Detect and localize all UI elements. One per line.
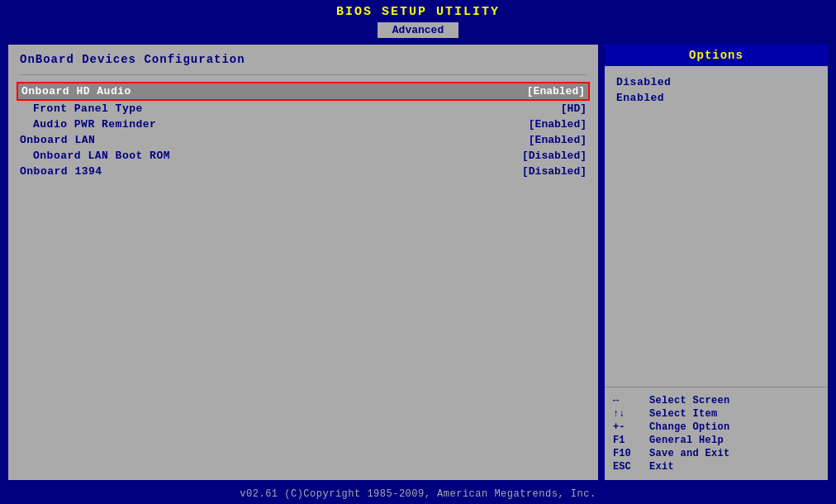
keybind-row: ↑↓Select Item xyxy=(613,407,819,421)
keybind-row: +-Change Option xyxy=(613,421,819,434)
menu-label: Front Panel Type xyxy=(20,102,143,115)
menu-value: [Enabled] xyxy=(529,118,587,131)
menu-items: Onboard HD Audio[Enabled]Front Panel Typ… xyxy=(20,82,587,179)
keybinds: ↔Select Screen↑↓Select Item+-Change Opti… xyxy=(605,387,828,480)
menu-label: Audio PWR Reminder xyxy=(20,118,156,131)
keybind-desc: Change Option xyxy=(649,421,730,433)
options-content: DisabledEnabled xyxy=(605,66,828,387)
bios-title: BIOS SETUP UTILITY xyxy=(0,0,836,21)
menu-row[interactable]: Audio PWR Reminder[Enabled] xyxy=(20,116,587,132)
section-title: OnBoard Devices Configuration xyxy=(20,53,587,66)
keybind-row: ↔Select Screen xyxy=(613,394,819,407)
bios-screen: BIOS SETUP UTILITY Advanced OnBoard Devi… xyxy=(0,0,836,504)
tab-advanced[interactable]: Advanced xyxy=(378,22,458,38)
menu-row[interactable]: Onboard HD Audio[Enabled] xyxy=(17,82,590,101)
keybind-desc: Save and Exit xyxy=(649,448,730,459)
option-item[interactable]: Enabled xyxy=(616,90,816,106)
menu-row[interactable]: Onboard 1394[Disabled] xyxy=(20,164,587,179)
main-content: OnBoard Devices Configuration Onboard HD… xyxy=(8,45,828,480)
keybind-key: ↔ xyxy=(613,395,643,407)
menu-value: [HD] xyxy=(561,102,587,115)
menu-row[interactable]: Front Panel Type[HD] xyxy=(20,101,587,116)
keybind-desc: General Help xyxy=(649,435,724,446)
divider xyxy=(20,74,587,75)
keybind-row: ESCExit xyxy=(613,460,819,473)
keybind-desc: Exit xyxy=(649,461,674,473)
menu-label: Onboard LAN Boot ROM xyxy=(20,150,170,162)
keybind-key: +- xyxy=(613,421,643,433)
menu-label: Onboard 1394 xyxy=(20,165,102,178)
left-panel: OnBoard Devices Configuration Onboard HD… xyxy=(8,45,598,480)
menu-label: Onboard HD Audio xyxy=(21,85,131,97)
keybind-desc: Select Item xyxy=(649,408,718,420)
keybind-key: ↑↓ xyxy=(613,408,643,420)
keybind-key: F1 xyxy=(613,435,643,446)
menu-row[interactable]: Onboard LAN[Enabled] xyxy=(20,132,587,148)
keybind-key: ESC xyxy=(613,461,643,473)
options-title: Options xyxy=(605,45,828,66)
menu-row[interactable]: Onboard LAN Boot ROM[Disabled] xyxy=(20,148,587,164)
menu-label: Onboard LAN xyxy=(20,134,95,146)
menu-value: [Disabled] xyxy=(522,165,587,178)
menu-value: [Enabled] xyxy=(527,85,585,97)
keybind-key: F10 xyxy=(613,448,643,459)
menu-value: [Enabled] xyxy=(529,134,587,146)
keybind-row: F10Save and Exit xyxy=(613,447,819,460)
keybind-desc: Select Screen xyxy=(649,395,730,407)
keybind-row: F1General Help xyxy=(613,434,819,447)
menu-value: [Disabled] xyxy=(522,150,587,162)
tab-bar: Advanced xyxy=(0,21,836,40)
footer: v02.61 (C)Copyright 1985-2009, American … xyxy=(0,483,836,504)
right-panel: Options DisabledEnabled ↔Select Screen↑↓… xyxy=(605,45,828,480)
option-item[interactable]: Disabled xyxy=(616,74,816,90)
